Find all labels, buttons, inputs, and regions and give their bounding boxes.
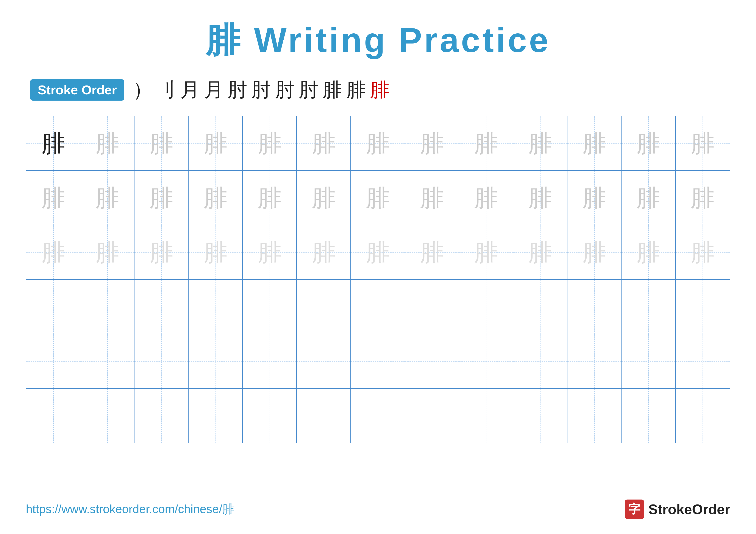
cell-3-6: 腓	[297, 225, 351, 279]
cell-4-6[interactable]	[297, 280, 351, 334]
cell-6-10[interactable]	[513, 389, 567, 443]
cell-1-1: 腓	[26, 116, 80, 170]
cell-5-12[interactable]	[622, 334, 676, 388]
cell-6-11[interactable]	[567, 389, 622, 443]
cell-4-13[interactable]	[676, 280, 730, 334]
cell-4-5[interactable]	[243, 280, 297, 334]
cell-2-5: 腓	[243, 171, 297, 225]
cell-2-12: 腓	[622, 171, 676, 225]
cell-1-10: 腓	[513, 116, 567, 170]
cell-3-8: 腓	[405, 225, 459, 279]
cell-3-10: 腓	[513, 225, 567, 279]
stroke-7: 肘	[275, 77, 295, 103]
cell-1-12: 腓	[622, 116, 676, 170]
cell-2-2: 腓	[80, 171, 134, 225]
grid-row-6	[26, 389, 730, 443]
cell-6-6[interactable]	[297, 389, 351, 443]
stroke-8: 肘	[299, 77, 318, 103]
stroke-9: 腓	[323, 77, 342, 103]
stroke-10: 腓	[346, 77, 366, 103]
grid-row-2: 腓 腓 腓 腓 腓 腓 腓 腓 腓 腓 腓 腓 腓	[26, 171, 730, 225]
cell-4-12[interactable]	[622, 280, 676, 334]
stroke-sequence: ） 刂 月 月 肘 肘 肘 肘 腓 腓 腓	[133, 77, 390, 103]
cell-5-5[interactable]	[243, 334, 297, 388]
footer-url: https://www.strokeorder.com/chinese/腓	[26, 501, 234, 517]
cell-3-4: 腓	[189, 225, 243, 279]
cell-5-7[interactable]	[351, 334, 405, 388]
cell-6-12[interactable]	[622, 389, 676, 443]
cell-1-3: 腓	[134, 116, 189, 170]
cell-5-11[interactable]	[567, 334, 622, 388]
cell-4-8[interactable]	[405, 280, 459, 334]
cell-4-10[interactable]	[513, 280, 567, 334]
logo-text: StrokeOrder	[648, 501, 730, 518]
cell-6-2[interactable]	[80, 389, 134, 443]
cell-5-4[interactable]	[189, 334, 243, 388]
cell-4-1[interactable]	[26, 280, 80, 334]
cell-2-10: 腓	[513, 171, 567, 225]
cell-3-5: 腓	[243, 225, 297, 279]
cell-5-9[interactable]	[459, 334, 513, 388]
cell-1-5: 腓	[243, 116, 297, 170]
cell-1-6: 腓	[297, 116, 351, 170]
cell-2-11: 腓	[567, 171, 622, 225]
stroke-2: 刂	[157, 77, 176, 103]
stroke-1: ）	[133, 77, 152, 103]
cell-2-13: 腓	[676, 171, 730, 225]
cell-3-3: 腓	[134, 225, 189, 279]
stroke-order-badge: Stroke Order	[30, 79, 124, 101]
cell-5-10[interactable]	[513, 334, 567, 388]
cell-5-8[interactable]	[405, 334, 459, 388]
cell-4-9[interactable]	[459, 280, 513, 334]
cell-6-7[interactable]	[351, 389, 405, 443]
cell-3-9: 腓	[459, 225, 513, 279]
cell-6-3[interactable]	[134, 389, 189, 443]
cell-5-1[interactable]	[26, 334, 80, 388]
grid-row-1: 腓 腓 腓 腓 腓 腓 腓 腓 腓 腓 腓 腓 腓	[26, 116, 730, 171]
grid-row-5	[26, 334, 730, 389]
cell-3-7: 腓	[351, 225, 405, 279]
practice-grid: 腓 腓 腓 腓 腓 腓 腓 腓 腓 腓 腓 腓 腓 腓 腓 腓 腓 腓 腓 腓 …	[26, 116, 730, 443]
logo-icon: 字	[625, 499, 644, 519]
cell-3-11: 腓	[567, 225, 622, 279]
cell-2-6: 腓	[297, 171, 351, 225]
cell-2-4: 腓	[189, 171, 243, 225]
cell-4-11[interactable]	[567, 280, 622, 334]
cell-4-4[interactable]	[189, 280, 243, 334]
cell-1-4: 腓	[189, 116, 243, 170]
cell-6-9[interactable]	[459, 389, 513, 443]
cell-1-2: 腓	[80, 116, 134, 170]
cell-4-7[interactable]	[351, 280, 405, 334]
cell-4-3[interactable]	[134, 280, 189, 334]
cell-1-11: 腓	[567, 116, 622, 170]
cell-2-7: 腓	[351, 171, 405, 225]
cell-2-9: 腓	[459, 171, 513, 225]
cell-1-13: 腓	[676, 116, 730, 170]
cell-6-1[interactable]	[26, 389, 80, 443]
cell-5-6[interactable]	[297, 334, 351, 388]
grid-row-4	[26, 280, 730, 334]
stroke-3: 月	[180, 77, 200, 103]
cell-1-9: 腓	[459, 116, 513, 170]
cell-3-1: 腓	[26, 225, 80, 279]
cell-2-8: 腓	[405, 171, 459, 225]
cell-6-5[interactable]	[243, 389, 297, 443]
stroke-order-row: Stroke Order ） 刂 月 月 肘 肘 肘 肘 腓 腓 腓	[26, 77, 730, 103]
cell-2-1: 腓	[26, 171, 80, 225]
cell-3-2: 腓	[80, 225, 134, 279]
cell-5-3[interactable]	[134, 334, 189, 388]
stroke-11: 腓	[370, 77, 390, 103]
cell-5-2[interactable]	[80, 334, 134, 388]
cell-3-13: 腓	[676, 225, 730, 279]
cell-6-13[interactable]	[676, 389, 730, 443]
footer-logo: 字 StrokeOrder	[625, 499, 730, 519]
stroke-6: 肘	[252, 77, 271, 103]
cell-3-12: 腓	[622, 225, 676, 279]
cell-6-4[interactable]	[189, 389, 243, 443]
cell-1-7: 腓	[351, 116, 405, 170]
cell-4-2[interactable]	[80, 280, 134, 334]
cell-5-13[interactable]	[676, 334, 730, 388]
cell-1-8: 腓	[405, 116, 459, 170]
cell-6-8[interactable]	[405, 389, 459, 443]
grid-row-3: 腓 腓 腓 腓 腓 腓 腓 腓 腓 腓 腓 腓 腓	[26, 225, 730, 280]
